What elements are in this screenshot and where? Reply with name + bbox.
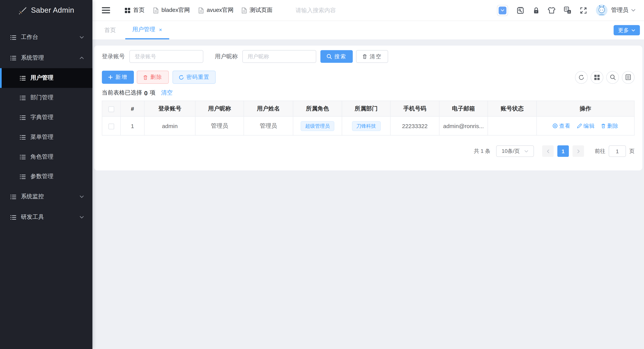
select-all-checkbox[interactable] xyxy=(108,106,114,112)
cell-status xyxy=(488,116,536,136)
sidebar-item-dept-management[interactable]: 部门管理 xyxy=(0,88,92,108)
document-icon xyxy=(198,7,204,13)
document-icon xyxy=(153,7,158,13)
page-content: 登录账号 用户昵称 搜索 清空 xyxy=(92,40,644,349)
list-icon xyxy=(20,154,26,160)
page-size-select[interactable]: 10条/页 xyxy=(496,145,534,157)
column-header: 所属角色 xyxy=(293,101,342,116)
row-checkbox[interactable] xyxy=(108,124,114,129)
list-icon xyxy=(20,134,26,140)
debug-toggle-button[interactable] xyxy=(497,5,508,16)
next-page-button[interactable] xyxy=(572,145,584,157)
chevron-down-icon xyxy=(524,149,528,154)
column-header: 电子邮箱 xyxy=(439,101,488,116)
search-toggle-button[interactable] xyxy=(606,71,619,84)
trash-icon xyxy=(362,54,367,59)
add-button-label: 新增 xyxy=(116,74,128,81)
close-icon[interactable]: × xyxy=(159,26,162,32)
app-window: Saber Admin 工作台 系统管理 用户 xyxy=(0,0,644,349)
chevron-up-icon xyxy=(79,56,84,60)
document-icon xyxy=(241,7,247,13)
user-avatar[interactable] xyxy=(596,4,607,16)
refresh-icon xyxy=(179,74,184,80)
column-header: 登录账号 xyxy=(144,101,196,116)
delete-label: 删除 xyxy=(607,122,619,130)
selection-unit: 项 xyxy=(150,89,155,97)
sidebar-item-label: 菜单管理 xyxy=(30,134,53,141)
table-settings-group xyxy=(575,71,634,84)
search-button[interactable]: 搜索 xyxy=(320,50,353,63)
sidebar-item-workbench[interactable]: 工作台 xyxy=(0,27,92,48)
goto-page-input[interactable] xyxy=(609,145,626,157)
tabs-more-button[interactable]: 更多 xyxy=(614,25,640,36)
plus-icon xyxy=(108,75,113,80)
sidebar-item-label: 参数管理 xyxy=(30,173,53,180)
list-icon xyxy=(10,214,16,220)
nickname-label: 用户昵称 xyxy=(215,53,238,60)
topnav-avuex[interactable]: avuex官网 xyxy=(198,6,234,14)
theme-shirt-icon[interactable] xyxy=(548,7,556,14)
app-logo[interactable]: Saber Admin xyxy=(0,0,92,21)
delete-button[interactable]: 删除 xyxy=(137,70,169,84)
topnav-home[interactable]: 首页 xyxy=(125,6,144,14)
pagination: 共 1 条 10条/页 1 前往 页 xyxy=(102,145,634,157)
cell-actions: 查看 编辑 删除 xyxy=(536,116,634,136)
topnav-label: bladex官网 xyxy=(162,6,190,14)
view-link[interactable]: 查看 xyxy=(552,122,570,130)
topnav-label: avuex官网 xyxy=(207,6,234,14)
chevron-down-icon xyxy=(499,6,506,14)
user-management-panel: 登录账号 用户昵称 搜索 清空 xyxy=(94,46,642,170)
clear-button-label: 清空 xyxy=(370,53,382,60)
sidebar-item-role-management[interactable]: 角色管理 xyxy=(0,147,92,167)
sidebar-item-system-monitor[interactable]: 系统监控 xyxy=(0,186,92,207)
role-tag: 超级管理员 xyxy=(301,121,334,131)
sidebar-item-menu-management[interactable]: 菜单管理 xyxy=(0,127,92,147)
top-header: 首页 bladex官网 avuex官网 测试页面 xyxy=(92,0,644,21)
more-label: 更多 xyxy=(618,26,629,34)
list-icon xyxy=(10,34,16,40)
delete-link[interactable]: 删除 xyxy=(601,122,619,130)
topnav-test-page[interactable]: 测试页面 xyxy=(241,6,272,14)
list-icon xyxy=(10,194,16,200)
dept-tag: 刀锋科技 xyxy=(352,121,380,131)
topnav-bladex[interactable]: bladex官网 xyxy=(153,6,190,14)
page-number-current[interactable]: 1 xyxy=(557,145,569,157)
add-button[interactable]: 新增 xyxy=(102,70,134,84)
sidebar-item-system-management[interactable]: 系统管理 xyxy=(0,48,92,68)
reset-password-button[interactable]: 密码重置 xyxy=(172,70,216,84)
sidebar-item-dict-management[interactable]: 字典管理 xyxy=(0,108,92,127)
tab-label: 首页 xyxy=(104,26,116,34)
collapse-menu-icon[interactable] xyxy=(102,7,110,14)
log-list-button[interactable] xyxy=(622,71,634,84)
nickname-input[interactable] xyxy=(242,50,316,63)
sidebar-item-user-management[interactable]: 用户管理 xyxy=(0,68,92,88)
saber-sword-icon xyxy=(18,6,27,15)
sidebar-item-label: 工作台 xyxy=(21,34,38,41)
account-label: 登录账号 xyxy=(102,53,125,60)
global-search-input[interactable] xyxy=(296,7,361,14)
translate-icon[interactable]: 中A xyxy=(564,6,571,14)
sidebar-item-dev-tools[interactable]: 研发工具 xyxy=(0,207,92,228)
app-title: Saber Admin xyxy=(31,6,74,15)
user-name[interactable]: 管理员 xyxy=(611,6,628,14)
view-label: 查看 xyxy=(559,122,571,130)
table-row: 1 admin 管理员 管理员 超级管理员 刀锋科技 22233322 admi… xyxy=(102,116,634,136)
edit-link[interactable]: 编辑 xyxy=(576,122,595,130)
chevron-down-icon[interactable] xyxy=(631,8,636,13)
account-input[interactable] xyxy=(130,50,203,63)
sidebar-item-label: 系统监控 xyxy=(21,193,44,200)
tab-user-management[interactable]: 用户管理 × xyxy=(125,21,169,39)
column-header: 用户昵称 xyxy=(195,101,244,116)
column-settings-button[interactable] xyxy=(591,71,603,84)
refresh-button[interactable] xyxy=(575,71,588,84)
clear-button[interactable]: 清空 xyxy=(356,50,388,63)
tab-home[interactable]: 首页 xyxy=(104,21,116,39)
sidebar-item-param-management[interactable]: 参数管理 xyxy=(0,167,92,186)
lock-icon[interactable] xyxy=(533,7,539,14)
fullscreen-icon[interactable] xyxy=(580,7,587,14)
clipboard-tool-icon[interactable] xyxy=(517,6,524,14)
prev-page-button[interactable] xyxy=(542,145,554,157)
total-count: 共 1 条 xyxy=(474,148,490,155)
chevron-down-icon xyxy=(79,194,84,199)
selection-clear-link[interactable]: 清空 xyxy=(161,89,172,97)
